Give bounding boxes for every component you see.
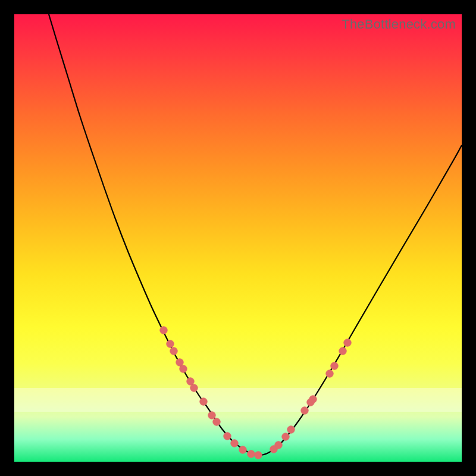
data-point-marker [287, 426, 295, 433]
data-point-marker [187, 378, 194, 385]
watermark-text: TheBottleneck.com [342, 17, 456, 32]
data-point-marker [167, 340, 174, 347]
data-point-marker [248, 450, 255, 458]
data-point-marker [275, 441, 282, 449]
bottleneck-curve [49, 14, 462, 455]
marker-group [160, 327, 351, 459]
data-point-marker [170, 347, 177, 355]
plot-area: TheBottleneck.com [14, 14, 462, 462]
data-point-marker [213, 418, 220, 425]
data-point-marker [282, 433, 289, 440]
data-point-marker [180, 365, 187, 372]
data-point-marker [176, 359, 183, 366]
data-point-marker [208, 412, 215, 419]
data-point-marker [331, 362, 338, 369]
data-point-marker [326, 370, 333, 377]
data-point-marker [200, 398, 207, 405]
curve-layer [14, 14, 462, 462]
data-point-marker [255, 452, 262, 459]
data-point-marker [339, 347, 346, 355]
data-point-marker [231, 440, 238, 447]
data-point-marker [239, 446, 246, 453]
data-point-marker [344, 339, 351, 346]
data-point-marker [224, 433, 231, 440]
data-point-marker [309, 396, 317, 403]
data-point-marker [301, 407, 308, 414]
data-point-marker [160, 327, 167, 334]
data-point-marker [190, 384, 198, 392]
